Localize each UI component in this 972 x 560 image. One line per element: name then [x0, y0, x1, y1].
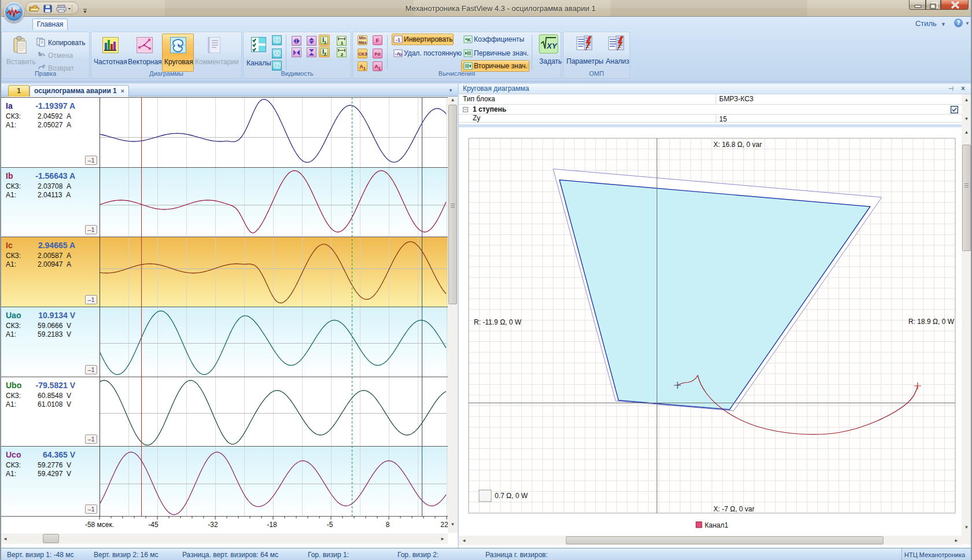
svg-text:22: 22 [440, 521, 448, 529]
svg-text:2: 2 [341, 52, 344, 57]
svg-text:*K: *K [465, 37, 472, 43]
svg-text:0.7 Ω, 0 W: 0.7 Ω, 0 W [495, 492, 528, 500]
svg-text:R: -11.9 Ω, 0 W: R: -11.9 Ω, 0 W [474, 318, 522, 326]
svg-text:XY: XY [546, 42, 558, 50]
svg-text:X: 16.8 Ω, 0 var: X: 16.8 Ω, 0 var [713, 141, 762, 149]
svg-text:-18: -18 [267, 521, 277, 529]
svg-text:-1: -1 [396, 37, 400, 43]
svg-text:-58 мсек.: -58 мсек. [85, 521, 114, 529]
svg-text:8: 8 [386, 521, 390, 529]
svg-text:Канал1: Канал1 [705, 521, 728, 529]
svg-text:-32: -32 [208, 521, 218, 529]
svg-text:-5: -5 [327, 521, 333, 529]
svg-text:-45: -45 [148, 521, 159, 529]
svg-text:R: 18.9 Ω, 0 W: R: 18.9 Ω, 0 W [908, 318, 955, 326]
svg-text:1: 1 [341, 40, 344, 46]
svg-text:X: -7 Ω, 0 var: X: -7 Ω, 0 var [713, 505, 754, 513]
